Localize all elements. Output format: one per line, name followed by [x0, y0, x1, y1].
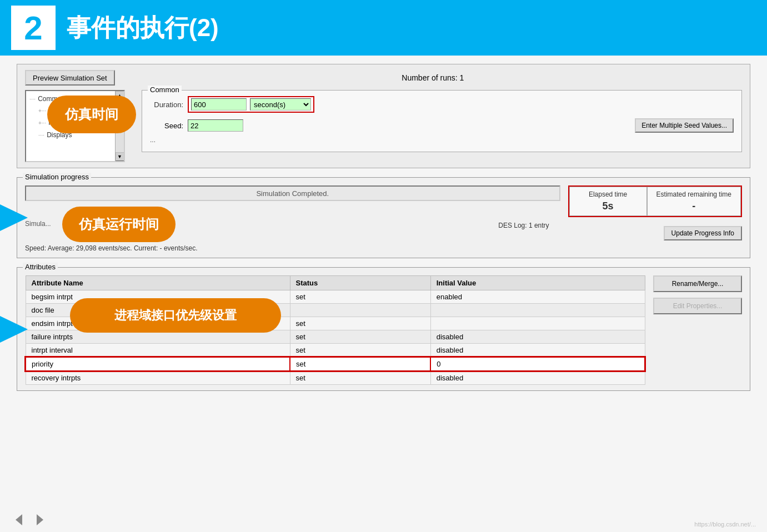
tree-item-common[interactable]: ···· Common [29, 93, 121, 106]
tree-item-inputs[interactable]: +··· Inputs [29, 106, 121, 118]
attr-name-cell: endsim intrpt [26, 317, 290, 330]
seed-label: Seed: [150, 122, 183, 130]
attr-buttons: Rename/Merge... Edit Properties... [653, 275, 742, 385]
elapsed-time-label: Elapsed time [579, 190, 638, 198]
sim-label: Simula... [25, 220, 51, 228]
progress-inner: Simulation Completed. Simula... 仿真运行时间 D… [25, 185, 742, 252]
attributes-panel: Attributes Attribute Name Status Initial… [17, 267, 750, 391]
progress-speed: Speed: Average: 29,098 events/sec. Curre… [25, 244, 560, 252]
des-log: DES Log: 1 entry [498, 222, 560, 229]
seed-input[interactable] [188, 119, 243, 132]
progress-blue-arrow [0, 204, 28, 231]
attr-name-cell: failure intrpts [26, 330, 290, 344]
duration-unit-select[interactable]: second(s) [250, 98, 311, 111]
attr-status-cell [290, 304, 430, 317]
attr-content: Attribute Name Status Initial Value begs… [25, 275, 742, 385]
svg-marker-1 [37, 514, 43, 525]
seed-row: Seed: Enter Multiple Seed Values... [150, 118, 734, 133]
svg-marker-0 [16, 514, 22, 525]
num-runs-label: Number of runs: 1 [124, 73, 742, 82]
tree-scroll-down[interactable]: ▼ [116, 152, 124, 161]
tree-item-ru[interactable]: +··· Ru... [29, 117, 121, 129]
attr-status-cell: set [290, 290, 430, 304]
duration-row: Duration: second(s) [150, 96, 734, 113]
attr-value-cell: disabled [430, 371, 645, 385]
callout-run-time: 仿真运行时间 [62, 207, 176, 242]
attributes-blue-arrow [0, 316, 28, 343]
attributes-wrapper: Attributes Attribute Name Status Initial… [17, 267, 750, 391]
attr-name-cell-priority: priority [26, 357, 290, 371]
tree-label-inputs: Inputs [48, 106, 67, 118]
col-initial-value: Initial Value [430, 276, 645, 290]
simulation-progress-panel: Simulation progress Simulation Completed… [17, 177, 750, 258]
tree-label-common: Common [38, 93, 65, 106]
common-section-label: Common [148, 86, 182, 94]
tree-scroll-up[interactable]: ▲ [116, 91, 124, 100]
progress-bar-area: Simulation Completed. Simula... 仿真运行时间 D… [25, 185, 560, 252]
attr-value-cell: enabled [430, 290, 645, 304]
tree-panel: ···· Common +··· Inputs +··· Ru... ···· … [25, 90, 125, 162]
attr-value-cell: 进程域接口优先级设置 [430, 304, 645, 317]
col-attr-name: Attribute Name [26, 276, 290, 290]
table-row[interactable]: doc file 进程域接口优先级设置 [26, 304, 645, 317]
attr-table-area: Attribute Name Status Initial Value begs… [25, 275, 645, 385]
attr-value-cell-priority: 0 [430, 357, 645, 371]
watermark: https://blog.csdn.net/... [694, 521, 756, 528]
attributes-panel-title: Attributes [23, 263, 58, 271]
tree-scrollbar[interactable]: ▲ ▼ [115, 91, 124, 161]
simulation-progress-wrapper: Simulation progress Simulation Completed… [17, 177, 750, 258]
table-row[interactable]: failure intrpts set disabled [26, 330, 645, 344]
attr-name-cell: recovery intrpts [26, 371, 290, 385]
col-status: Status [290, 276, 430, 290]
attr-value-cell: disabled [430, 330, 645, 344]
progress-bar-container: Simulation Completed. [25, 185, 560, 201]
attr-value-cell: disabled [430, 344, 645, 358]
tree-label-ru: Ru... [48, 117, 62, 129]
bottom-bar: https://blog.csdn.net/... [0, 512, 767, 528]
time-area: Elapsed time 5s Estimated remaining time… [568, 185, 742, 240]
attr-status-cell: set [290, 344, 430, 358]
table-row[interactable]: intrpt interval set disabled [26, 344, 645, 358]
dots-row: ... [150, 136, 734, 144]
progress-bar-text: Simulation Completed. [256, 189, 329, 198]
header: 2 事件的执行(2) [0, 0, 767, 56]
elapsed-time-box: Elapsed time 5s [569, 187, 647, 216]
header-number: 2 [11, 6, 56, 50]
attr-status-cell: set [290, 317, 430, 330]
remaining-time-box: Estimated remaining time - [647, 187, 741, 216]
attr-status-cell-priority: set [290, 357, 430, 371]
rename-merge-button[interactable]: Rename/Merge... [653, 275, 742, 292]
tree-dot-3: +··· [38, 118, 46, 128]
multi-seed-button[interactable]: Enter Multiple Seed Values... [635, 118, 734, 133]
attributes-table: Attribute Name Status Initial Value begs… [25, 275, 645, 385]
tree-item-displays[interactable]: ···· Displays [29, 129, 121, 142]
time-boxes-highlight: Elapsed time 5s Estimated remaining time… [568, 185, 742, 217]
attr-status-cell: set [290, 330, 430, 344]
table-row[interactable]: begsim intrpt set enabled [26, 290, 645, 304]
tree-label-displays: Displays [47, 129, 72, 142]
tree-dot: ···· [29, 94, 36, 104]
table-row[interactable]: endsim intrpt set [26, 317, 645, 330]
duration-label: Duration: [150, 101, 183, 109]
table-row-priority[interactable]: priority set 0 [26, 357, 645, 371]
main-content: Preview Simulation Set Number of runs: 1… [0, 56, 767, 532]
header-title: 事件的执行(2) [67, 12, 219, 44]
forward-icon[interactable] [32, 512, 48, 528]
tree-dot-2: +··· [38, 106, 46, 116]
tree-dot-4: ···· [38, 131, 44, 140]
attr-name-cell: doc file [26, 304, 290, 317]
tree-content: ···· Common +··· Inputs +··· Ru... ···· … [26, 91, 124, 143]
attr-status-cell: set [290, 371, 430, 385]
edit-properties-button[interactable]: Edit Properties... [653, 298, 742, 314]
duration-input[interactable] [191, 98, 247, 111]
back-icon[interactable] [11, 512, 27, 528]
table-row[interactable]: recovery intrpts set disabled [26, 371, 645, 385]
elapsed-time-value: 5s [579, 200, 638, 212]
attr-name-cell: begsim intrpt [26, 290, 290, 304]
remaining-time-value: - [656, 200, 731, 212]
preview-simulation-set-button[interactable]: Preview Simulation Set [25, 70, 115, 86]
remaining-time-label: Estimated remaining time [656, 190, 731, 198]
top-panel: Preview Simulation Set Number of runs: 1… [17, 64, 750, 168]
update-progress-button[interactable]: Update Progress Info [664, 226, 742, 240]
progress-panel-title: Simulation progress [23, 173, 91, 181]
